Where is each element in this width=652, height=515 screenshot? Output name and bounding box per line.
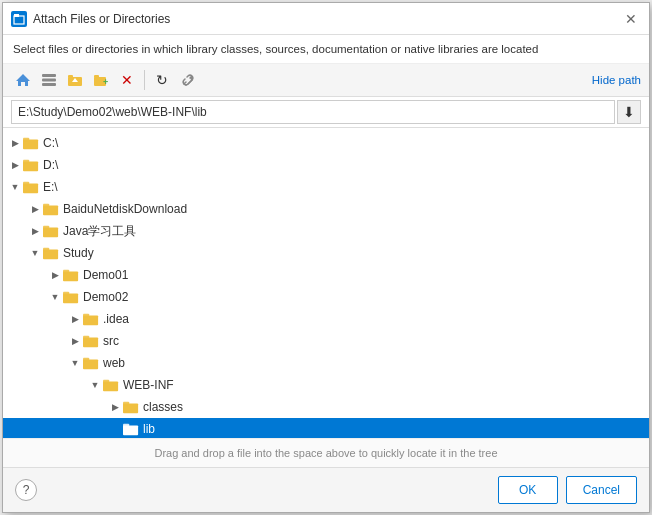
folder-icon-demo02 [63, 290, 79, 304]
tree-item-classes[interactable]: classes [3, 396, 649, 418]
delete-button[interactable]: ✕ [115, 68, 139, 92]
tree-item-web[interactable]: web [3, 352, 649, 374]
folder-icon-classes [123, 400, 139, 414]
tree-toggle-baidu[interactable] [27, 201, 43, 217]
tree-label-demo02: Demo02 [83, 290, 128, 304]
attach-dialog: Attach Files or Directories ✕ Select fil… [2, 2, 650, 513]
tree-label-demo01: Demo01 [83, 268, 128, 282]
tree-toggle-web[interactable] [67, 355, 83, 371]
help-button[interactable]: ? [15, 479, 37, 501]
tree-toggle-java[interactable] [27, 223, 43, 239]
new-folder-icon: + [93, 72, 109, 88]
tree-item-study[interactable]: Study [3, 242, 649, 264]
tree-item-demo01[interactable]: Demo01 [3, 264, 649, 286]
tree-toggle-src[interactable] [67, 333, 83, 349]
tree-item-src[interactable]: src [3, 330, 649, 352]
svg-rect-3 [42, 74, 56, 77]
folder-icon-study [43, 246, 59, 260]
svg-rect-35 [103, 380, 109, 384]
title-bar: Attach Files or Directories ✕ [3, 3, 649, 35]
ok-button[interactable]: OK [498, 476, 558, 504]
tree-item-webinf[interactable]: WEB-INF [3, 374, 649, 396]
svg-rect-31 [83, 336, 89, 340]
file-tree[interactable]: C:\ D:\ E:\ BaiduNetdiskDownload Java学习工… [3, 128, 649, 438]
tree-label-baidu: BaiduNetdiskDownload [63, 202, 187, 216]
tree-item-lib[interactable]: lib [3, 418, 649, 438]
svg-rect-15 [23, 160, 29, 164]
dialog-description: Select files or directories in which lib… [3, 35, 649, 64]
refresh-button[interactable]: ↻ [150, 68, 174, 92]
hide-path-link[interactable]: Hide path [592, 74, 641, 86]
svg-rect-21 [43, 226, 49, 230]
folder-icon-demo01 [63, 268, 79, 282]
svg-rect-5 [42, 83, 56, 86]
close-button[interactable]: ✕ [621, 9, 641, 29]
tree-toggle-webinf[interactable] [87, 377, 103, 393]
tree-toggle-idea[interactable] [67, 311, 83, 327]
folder-icon-idea [83, 312, 99, 326]
svg-rect-29 [83, 314, 89, 318]
folder-icon-e [23, 180, 39, 194]
tree-label-c: C:\ [43, 136, 58, 150]
svg-rect-13 [23, 138, 29, 142]
tree-item-demo02[interactable]: Demo02 [3, 286, 649, 308]
path-bar: ⬇ [3, 97, 649, 128]
folder-icon-d [23, 158, 39, 172]
tree-label-java: Java学习工具 [63, 223, 136, 240]
folder-icon-src [83, 334, 99, 348]
svg-rect-33 [83, 358, 89, 362]
tree-item-e[interactable]: E:\ [3, 176, 649, 198]
tree-label-classes: classes [143, 400, 183, 414]
folder-up-button[interactable] [63, 68, 87, 92]
tree-label-web: web [103, 356, 125, 370]
dialog-icon [11, 11, 27, 27]
tree-toggle-study[interactable] [27, 245, 43, 261]
tree-label-webinf: WEB-INF [123, 378, 174, 392]
folder-up-icon [67, 72, 83, 88]
new-folder-button[interactable]: + [89, 68, 113, 92]
svg-rect-17 [23, 182, 29, 186]
list-view-button[interactable] [37, 68, 61, 92]
tree-toggle-demo02[interactable] [47, 289, 63, 305]
tree-toggle-demo01[interactable] [47, 267, 63, 283]
footer: ? OK Cancel [3, 467, 649, 512]
folder-icon-c [23, 136, 39, 150]
tree-label-idea: .idea [103, 312, 129, 326]
svg-rect-7 [68, 75, 73, 78]
link-icon [180, 72, 196, 88]
svg-rect-19 [43, 204, 49, 208]
tree-item-idea[interactable]: .idea [3, 308, 649, 330]
tree-label-src: src [103, 334, 119, 348]
tree-toggle-e[interactable] [7, 179, 23, 195]
tree-item-d[interactable]: D:\ [3, 154, 649, 176]
tree-toggle-d[interactable] [7, 157, 23, 173]
tree-toggle-c[interactable] [7, 135, 23, 151]
folder-icon-webinf [103, 378, 119, 392]
folder-icon-java [43, 224, 59, 238]
svg-rect-27 [63, 292, 69, 296]
drag-hint: Drag and drop a file into the space abov… [3, 438, 649, 467]
svg-text:+: + [103, 77, 108, 87]
folder-icon-lib [123, 422, 139, 436]
toolbar-separator [144, 70, 145, 90]
link-button[interactable] [176, 68, 200, 92]
folder-icon-web [83, 356, 99, 370]
tree-toggle-classes[interactable] [107, 399, 123, 415]
svg-rect-1 [14, 14, 19, 17]
home-button[interactable] [11, 68, 35, 92]
tree-item-baidu[interactable]: BaiduNetdiskDownload [3, 198, 649, 220]
svg-rect-39 [123, 424, 129, 428]
svg-rect-0 [14, 16, 24, 24]
tree-label-lib: lib [143, 422, 155, 436]
home-icon [15, 72, 31, 88]
path-input[interactable] [11, 100, 615, 124]
cancel-button[interactable]: Cancel [566, 476, 637, 504]
svg-rect-37 [123, 402, 129, 406]
svg-rect-23 [43, 248, 49, 252]
svg-rect-25 [63, 270, 69, 274]
tree-item-c[interactable]: C:\ [3, 132, 649, 154]
tree-item-java[interactable]: Java学习工具 [3, 220, 649, 242]
list-icon [41, 72, 57, 88]
path-download-button[interactable]: ⬇ [617, 100, 641, 124]
toolbar: + ✕ ↻ Hide path [3, 64, 649, 97]
